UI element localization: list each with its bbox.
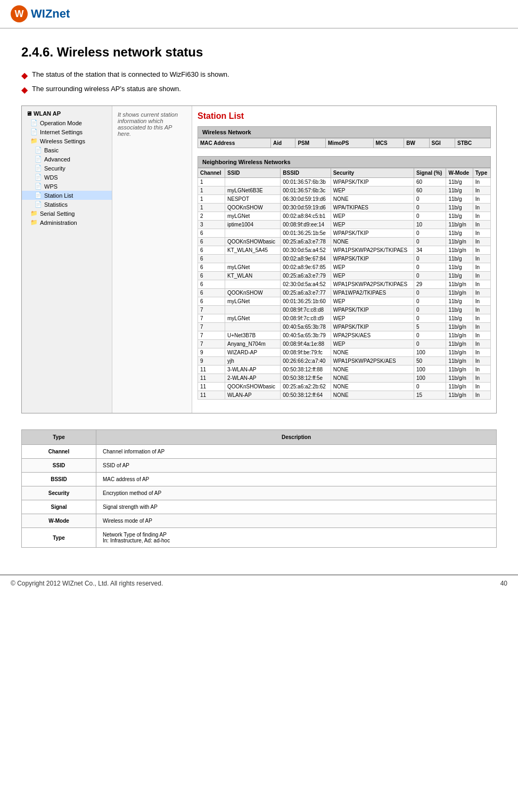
- sidebar-advanced-icon: 📄: [35, 156, 42, 163]
- page-title: 2.4.6. Wireless network status: [21, 45, 497, 60]
- sidebar-doc-icon: 📄: [30, 119, 38, 126]
- list-item: SignalSignal strength with AP: [22, 500, 497, 514]
- table-row: 6QOOKnSHOWbasic00:25:a6:a3:e7:78NONE011b…: [198, 238, 491, 246]
- wireless-network-header: Wireless Network: [198, 126, 491, 138]
- table-row: 600:02:a8:9e:67:84WPAPSK/TKIP011b/gIn: [198, 255, 491, 263]
- sidebar-item-wds[interactable]: 📄 WDS: [22, 173, 112, 182]
- wireless-network-table-wrapper: MAC Address Aid PSM MimoPS MCS BW SGI ST…: [198, 138, 491, 148]
- sidebar-item-station-list[interactable]: 📄 Station List: [22, 191, 112, 200]
- info-panel: It shows current station information whi…: [112, 106, 192, 413]
- list-item: BSSIDMAC address of AP: [22, 473, 497, 486]
- col-mimops: MimoPS: [326, 139, 373, 148]
- copyright-text: © Copyright 2012 WIZnet Co., Ltd. All ri…: [11, 580, 163, 587]
- sidebar-wlan-icon: 🖥: [26, 110, 32, 117]
- table-row: 7myLGNet00:08:9f:7c:c8:d9WEP011b/gIn: [198, 314, 491, 323]
- sidebar-item-serial-setting[interactable]: 📁 Serial Setting: [22, 209, 112, 218]
- sidebar-folder-icon: 📁: [30, 137, 38, 144]
- table-row: 2myLGNet00:02:a8:84:c5:b1WEP011b/gIn: [198, 212, 491, 221]
- table-row: 113-WLAN-AP00:50:38:12:ff:88NONE10011b/g…: [198, 366, 491, 374]
- main-content: 2.4.6. Wireless network status ◆ The sta…: [0, 29, 518, 564]
- list-item: SecurityEncryption method of AP: [22, 486, 497, 500]
- table-row: 600:01:36:25:1b:5eWPAPSK/TKIP011b/gIn: [198, 229, 491, 238]
- table-row: 7Anyang_N704m00:08:9f:4a:1e:88WEP011b/g/…: [198, 340, 491, 348]
- table-row: 1QOOKnSHOW00:30:0d:59:19:d6WPA/TKIPAES01…: [198, 204, 491, 212]
- desc-table-container: Type Description ChannelChannel informat…: [21, 429, 497, 548]
- bullet-points: ◆ The status of the station that is conn…: [21, 70, 497, 95]
- logo-text: WIZnet: [31, 7, 70, 21]
- sidebar: 🖥 WLAN AP 📄 Operation Mode 📄 Internet Se…: [22, 106, 112, 413]
- table-row: 6KT_WLAN_5A4500:30:0d:5a:a4:52WPA1PSKWPA…: [198, 246, 491, 255]
- screenshot-container: 🖥 WLAN AP 📄 Operation Mode 📄 Internet Se…: [21, 105, 497, 413]
- desc-col-description: Description: [96, 430, 497, 445]
- neighboring-table: Channel SSID BSSID Security Signal (%) W…: [198, 168, 491, 400]
- list-item: W-ModeWireless mode of AP: [22, 514, 497, 528]
- sidebar-item-operation-mode[interactable]: 📄 Operation Mode: [22, 118, 112, 127]
- table-row: 1NESPOT06:30:0d:59:19:d6NONE011b/gIn: [198, 195, 491, 204]
- list-item: TypeNetwork Type of finding AP In: Infra…: [22, 528, 497, 548]
- table-row: 11WLAN-AP00:50:38:12:ff:64NONE1511b/g/nI…: [198, 391, 491, 400]
- sidebar-wds-icon: 📄: [35, 174, 42, 181]
- table-row: 700:08:9f:7c:c8:d8WPAPSK/TKIP011b/gIn: [198, 306, 491, 314]
- col-sgi: SGI: [429, 139, 455, 148]
- table-row: 11QOOKnSHOWbasic00:25:a6:a2:2b:62NONE011…: [198, 383, 491, 391]
- table-row: 6QOOKnSHOW00:25:a6:a3:e7:77WPA1WPA2/TKIP…: [198, 289, 491, 297]
- sidebar-item-internet-settings[interactable]: 📄 Internet Settings: [22, 127, 112, 136]
- table-row: 700:40:5a:65:3b:78WPAPSK/TKIP511b/g/nIn: [198, 323, 491, 331]
- list-item: SSIDSSID of AP: [22, 459, 497, 473]
- neighboring-table-wrapper: Channel SSID BSSID Security Signal (%) W…: [198, 168, 491, 400]
- page-footer: © Copyright 2012 WIZnet Co., Ltd. All ri…: [0, 574, 518, 591]
- col-type: Type: [473, 168, 490, 178]
- col-bw: BW: [404, 139, 429, 148]
- col-bssid: BSSID: [281, 168, 331, 178]
- bullet-item-2: ◆ The surrounding wireless AP's status a…: [21, 85, 497, 95]
- desc-col-type: Type: [22, 430, 96, 445]
- logo: W WIZnet: [11, 5, 70, 22]
- sidebar-stats-icon: 📄: [35, 201, 42, 208]
- col-channel: Channel: [198, 168, 225, 178]
- sidebar-item-advanced[interactable]: 📄 Advanced: [22, 155, 112, 164]
- col-signal: Signal (%): [414, 168, 446, 178]
- desc-table: Type Description ChannelChannel informat…: [21, 429, 497, 548]
- bullet-icon-2: ◆: [21, 85, 28, 95]
- bullet-text-1: The status of the station that is connec…: [32, 70, 229, 78]
- sidebar-item-wps[interactable]: 📄 WPS: [22, 182, 112, 191]
- table-row: 6KT_WLAN00:25:a6:a3:e7:79WEP011b/gIn: [198, 272, 491, 280]
- col-mac: MAC Address: [198, 139, 271, 148]
- neighboring-header: Neighboring Wireless Networks: [198, 156, 491, 168]
- station-list-title: Station List: [198, 111, 491, 121]
- sidebar-item-basic[interactable]: 📄 Basic: [22, 145, 112, 155]
- bullet-item-1: ◆ The status of the station that is conn…: [21, 70, 497, 80]
- sidebar-item-administration[interactable]: 📁 Administration: [22, 218, 112, 227]
- table-row: 100:01:36:57:6b:3bWPAPSK/TKIP6011b/gIn: [198, 178, 491, 186]
- table-panel: Station List Wireless Network MAC Addres…: [192, 106, 496, 413]
- sidebar-wps-icon: 📄: [35, 183, 42, 190]
- table-row: 6myLGNet00:02:a8:9e:67:85WEP011b/gIn: [198, 263, 491, 272]
- table-row: 3iptime100400:08:9f:d9:ee:14WEP1011b/g/n…: [198, 221, 491, 229]
- col-mcs: MCS: [373, 139, 404, 148]
- sidebar-item-wireless-settings[interactable]: 📁 Wireless Settings: [22, 136, 112, 145]
- sidebar-basic-icon: 📄: [35, 147, 42, 153]
- table-row: 9yjh00:26:66:2c:a7:40WPA1PSKWPA2PSK/AES5…: [198, 357, 491, 366]
- bullet-text-2: The surrounding wireless AP's status are…: [32, 85, 181, 93]
- page-number: 40: [500, 580, 507, 587]
- sidebar-root: 🖥 WLAN AP: [22, 109, 112, 118]
- col-wmode: W-Mode: [446, 168, 473, 178]
- col-aid: Aid: [271, 139, 295, 148]
- table-row: 7U+Net3B7B00:40:5a:65:3b:79WPA2PSK/AES01…: [198, 331, 491, 340]
- col-security: Security: [331, 168, 414, 178]
- sidebar-item-statistics[interactable]: 📄 Statistics: [22, 200, 112, 209]
- sidebar-item-security[interactable]: 📄 Security: [22, 164, 112, 173]
- bullet-icon-1: ◆: [21, 70, 28, 80]
- table-row: 112-WLAN-AP00:50:38:12:ff:5eNONE10011b/g…: [198, 374, 491, 383]
- col-ssid: SSID: [225, 168, 281, 178]
- page-header: W WIZnet: [0, 0, 518, 29]
- wireless-network-table: MAC Address Aid PSM MimoPS MCS BW SGI ST…: [198, 138, 491, 148]
- sidebar-doc-icon-2: 📄: [30, 128, 38, 135]
- sidebar-station-icon: 📄: [35, 192, 42, 199]
- sidebar-admin-icon: 📁: [30, 219, 38, 226]
- logo-icon: W: [11, 5, 28, 22]
- col-psm: PSM: [295, 139, 326, 148]
- list-item: ChannelChannel information of AP: [22, 445, 497, 459]
- table-row: 602:30:0d:5a:a4:52WPA1PSKWPA2PSK/TKIPAES…: [198, 280, 491, 289]
- sidebar-serial-icon: 📁: [30, 210, 38, 217]
